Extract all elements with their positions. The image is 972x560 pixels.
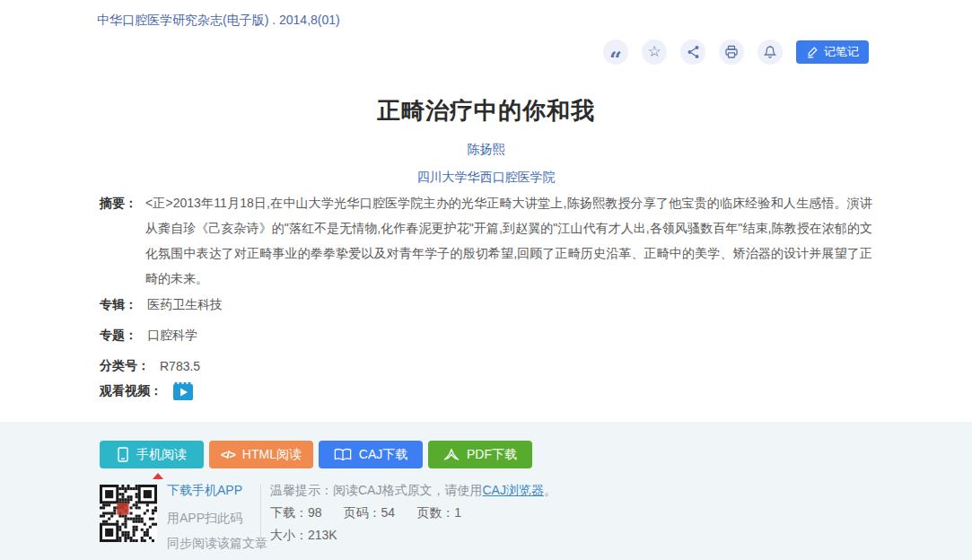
article-stats-row: 下载：98 页码：54 页数：1 [270, 505, 461, 521]
meta-row-video: 观看视频： [100, 381, 195, 401]
mobile-read-button[interactable]: 手机阅读 [100, 441, 204, 468]
phone-icon [117, 447, 129, 462]
code-icon: </> [221, 448, 235, 461]
html-read-button[interactable]: </> HTML阅读 [209, 441, 313, 468]
play-video-button[interactable] [172, 381, 195, 401]
vertical-divider [260, 485, 261, 542]
article-title: 正畸治疗中的你和我 [0, 95, 972, 127]
share-icon [687, 45, 700, 59]
pdf-download-button[interactable]: PDF下载 [428, 441, 532, 468]
print-icon [724, 45, 739, 59]
quote-citation-button[interactable]: “ [603, 39, 628, 65]
meta-row-album: 专辑： 医药卫生科技 [100, 297, 223, 313]
topic-label: 专题： [100, 328, 137, 344]
app-scan-hint: 用APP扫此码 [167, 511, 267, 527]
article-detail-page: 中华口腔医学研究杂志(电子版) . 2014,8(01) “ ☆ [0, 0, 972, 560]
caj-download-button[interactable]: CAJ下载 [319, 441, 423, 468]
favorite-button[interactable]: ☆ [642, 39, 667, 65]
qr-code [100, 485, 157, 542]
app-sync-hint: 同步阅读该篇文章 [167, 536, 267, 552]
action-toolbar: “ ☆ [603, 39, 869, 65]
take-notes-button[interactable]: 记笔记 [796, 40, 869, 64]
star-icon: ☆ [647, 44, 661, 59]
download-app-link[interactable]: 下载手机APP [167, 483, 267, 499]
watch-video-label: 观看视频： [100, 383, 162, 399]
download-footer: 手机阅读 </> HTML阅读 CAJ下载 [0, 422, 972, 560]
tooltip-arrow [153, 473, 163, 479]
html-read-label: HTML阅读 [242, 447, 302, 463]
classification-value: R783.5 [160, 359, 200, 373]
downloads-stat: 下载：98 [270, 505, 322, 521]
bell-icon [763, 45, 777, 59]
meta-row-classification: 分类号： R783.5 [100, 358, 200, 374]
caj-tip-suffix: 。 [544, 483, 556, 497]
abstract-text: <正>2013年11月18日,在中山大学光华口腔医学院主办的光华正畸大讲堂上,陈… [145, 190, 872, 291]
pencil-icon [806, 46, 819, 58]
author-link[interactable]: 陈扬熙 [0, 142, 972, 158]
take-notes-label: 记笔记 [824, 44, 859, 60]
caj-download-label: CAJ下载 [359, 447, 407, 463]
pdf-download-label: PDF下载 [467, 447, 517, 463]
topic-value: 口腔科学 [147, 328, 197, 344]
print-button[interactable] [719, 39, 744, 65]
share-button[interactable] [680, 39, 705, 65]
book-icon [334, 448, 352, 461]
album-label: 专辑： [100, 297, 137, 313]
abstract-label: 摘要： [100, 190, 137, 291]
caj-tip-prefix: 温馨提示：阅读CAJ格式原文，请使用 [270, 483, 482, 497]
page-number-stat: 页码：54 [344, 505, 396, 521]
app-info-column: 下载手机APP 用APP扫此码 同步阅读该篇文章 [167, 483, 267, 560]
affiliation-link[interactable]: 四川大学华西口腔医学院 [0, 170, 972, 186]
album-value: 医药卫生科技 [147, 297, 223, 313]
caj-viewer-link[interactable]: CAJ浏览器 [482, 483, 543, 497]
meta-row-topic: 专题： 口腔科学 [100, 328, 197, 344]
download-button-row: 手机阅读 </> HTML阅读 CAJ下载 [100, 441, 532, 468]
journal-reference-link[interactable]: 中华口腔医学研究杂志(电子版) . 2014,8(01) [97, 13, 340, 29]
file-size-stat: 大小：213K [270, 528, 337, 544]
classification-label: 分类号： [100, 358, 150, 374]
pdf-icon [443, 448, 460, 462]
mobile-read-label: 手机阅读 [136, 447, 187, 463]
caj-tip: 温馨提示：阅读CAJ格式原文，请使用CAJ浏览器。 [270, 483, 556, 499]
page-count-stat: 页数：1 [416, 505, 461, 521]
alert-button[interactable] [757, 39, 783, 65]
abstract-section: 摘要： <正>2013年11月18日,在中山大学光华口腔医学院主办的光华正畸大讲… [100, 190, 872, 291]
